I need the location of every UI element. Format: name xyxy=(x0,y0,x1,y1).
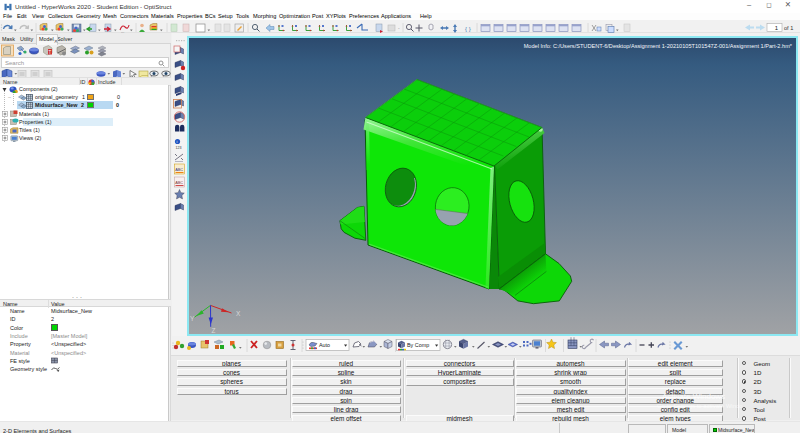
svg-text:i: i xyxy=(177,139,178,144)
svg-text:-: - xyxy=(398,25,400,31)
svg-text:of 1: of 1 xyxy=(784,25,793,31)
svg-text:{ }: { } xyxy=(465,26,471,32)
svg-text:Y: Y xyxy=(190,315,195,322)
svg-text:123: 123 xyxy=(176,146,182,150)
svg-text:T: T xyxy=(49,50,52,55)
svg-text:ABC: ABC xyxy=(175,168,183,172)
svg-text:Auto: Auto xyxy=(319,342,330,348)
svg-text:ABC: ABC xyxy=(175,181,183,185)
svg-text:X: X xyxy=(236,310,241,317)
svg-text:By Comp: By Comp xyxy=(407,342,429,348)
svg-text:Z: Z xyxy=(212,327,216,334)
